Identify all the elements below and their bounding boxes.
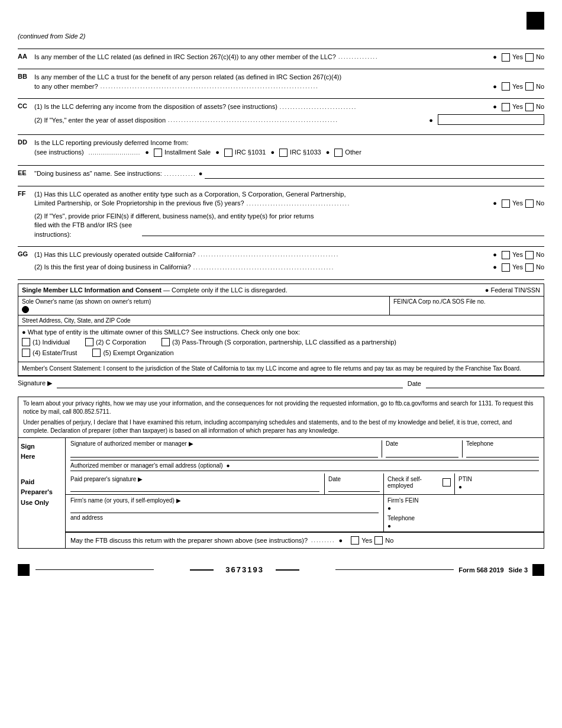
CC-yes-checkbox[interactable] xyxy=(502,103,510,111)
sig-input-line[interactable] xyxy=(70,448,378,458)
DD-irc1033-checkbox[interactable] xyxy=(279,149,288,157)
smllc-address-label: Street Address, City, State, and ZIP Cod… xyxy=(22,317,540,324)
firm-address-label: and address xyxy=(70,514,379,521)
sig-line[interactable] xyxy=(57,379,403,388)
BB-no-checkbox[interactable] xyxy=(525,82,534,91)
GG-yes1-label: Yes xyxy=(512,250,523,259)
BB-yes-label: Yes xyxy=(512,82,523,91)
entity-individual-checkbox[interactable] xyxy=(22,338,30,346)
smllc-header: Single Member LLC Information and Consen… xyxy=(18,284,544,297)
AA-yes-checkbox[interactable] xyxy=(502,53,510,62)
GG-bullet1: ● xyxy=(493,250,497,259)
entity-passthrough-checkbox[interactable] xyxy=(162,338,170,346)
email-bullet: ● xyxy=(227,462,230,469)
label-AA: AA xyxy=(18,53,34,60)
BB-text-line2: to any other member? xyxy=(34,82,98,91)
label-DD: DD xyxy=(18,138,34,146)
discuss-yes-checkbox[interactable] xyxy=(351,536,359,545)
smllc-radio[interactable] xyxy=(22,306,29,313)
smllc-fein-right: FEIN/CA Corp no./CA SOS File no. xyxy=(390,297,544,315)
GG-yes2-label: Yes xyxy=(512,263,523,272)
date-input-line[interactable] xyxy=(386,448,458,458)
divider-AA xyxy=(18,69,544,69)
CC-row2: (2) If "Yes," enter the year of asset di… xyxy=(34,114,544,127)
FF-text2-line2: filed with the FTB and/or IRS (see instr… xyxy=(34,221,544,239)
EE-name-input[interactable] xyxy=(205,169,544,179)
paid-ptin-area: PTIN ● xyxy=(455,473,544,494)
sign-here-content: Signature of authorized member or manage… xyxy=(66,438,544,473)
entity-estate-label: (4) Estate/Trust xyxy=(33,349,77,356)
AA-no-checkbox[interactable] xyxy=(525,53,534,62)
bottom-section: To learn about your privacy rights, how … xyxy=(18,397,544,549)
paid-check-label: Check if self-employed xyxy=(387,476,440,489)
section-DD: DD Is the LLC reporting previously defer… xyxy=(18,138,544,160)
smllc-title: Single Member LLC Information and Consen… xyxy=(22,286,162,294)
paid-sig-input[interactable] xyxy=(70,484,319,492)
GG-text1: (1) Has this LLC previously operated out… xyxy=(34,250,196,259)
FF-no-checkbox[interactable] xyxy=(525,199,534,208)
CC-no-checkbox[interactable] xyxy=(525,103,534,111)
FF-no-label: No xyxy=(536,199,544,208)
DD-other-checkbox[interactable] xyxy=(334,149,343,157)
discuss-row: May the FTB discuss this return with the… xyxy=(66,532,544,548)
sig-label: Signature ▶ xyxy=(18,379,52,387)
discuss-no-checkbox[interactable] xyxy=(374,536,383,545)
discuss-yes-no: Yes No xyxy=(351,536,393,545)
CC-year-box xyxy=(438,114,544,127)
GG-yes2-checkbox[interactable] xyxy=(502,263,510,272)
entity-option-estate: (4) Estate/Trust xyxy=(22,349,77,357)
FF-yes-checkbox[interactable] xyxy=(502,199,510,208)
date-line[interactable] xyxy=(426,379,544,388)
DD-irc1031-checkbox[interactable] xyxy=(224,149,232,157)
GG-yes-no-2: Yes No xyxy=(502,263,544,272)
smllc-owner-left: Sole Owner's name (as shown on owner's r… xyxy=(18,297,390,315)
divider-FF xyxy=(18,246,544,247)
footer-black-sq-left xyxy=(18,564,30,576)
DD-option1: Installment Sale xyxy=(154,147,211,158)
entity-option-individual: (1) Individual xyxy=(22,338,70,346)
GG-dots2: ........................................… xyxy=(191,264,493,272)
FF-text2-input[interactable] xyxy=(142,227,544,236)
DD-installment-checkbox[interactable] xyxy=(154,149,162,157)
tel-input-line[interactable] xyxy=(466,448,539,458)
firm-fein-bullet: ● xyxy=(387,505,391,511)
BB-yes-checkbox[interactable] xyxy=(502,82,510,91)
discuss-text: May the FTB discuss this return with the… xyxy=(70,537,308,544)
entity-option-ccorp: (2) C Corporation xyxy=(85,338,146,346)
firm-name-label: Firm's name (or yours, if self-employed)… xyxy=(70,497,379,504)
smllc-entity-options-row2: (4) Estate/Trust (5) Exempt Organization xyxy=(22,349,540,357)
entity-exempt-checkbox[interactable] xyxy=(92,349,101,357)
FF-text2-part2: filed with the FTB and/or IRS (see instr… xyxy=(34,221,142,239)
DD-installment-label: Installment Sale xyxy=(164,147,211,158)
CC-text2: (2) If "Yes," enter the year of asset di… xyxy=(34,116,166,125)
DD-option4: Other xyxy=(334,147,361,158)
entity-ccorp-checkbox[interactable] xyxy=(85,338,93,346)
paid-date-input[interactable] xyxy=(328,484,380,492)
GG-no2-checkbox[interactable] xyxy=(525,263,534,272)
paid-self-employed-checkbox[interactable] xyxy=(443,478,451,487)
AA-row: Is any member of the LLC related (as def… xyxy=(34,53,544,62)
entity-estate-checkbox[interactable] xyxy=(22,349,30,357)
firm-name-input[interactable] xyxy=(70,505,379,513)
sign-sig-area: Signature of authorized member or manage… xyxy=(70,440,378,458)
GG-yes1-checkbox[interactable] xyxy=(502,251,510,259)
single-member-block: Single Member LLC Information and Consen… xyxy=(18,284,544,376)
EE-text: "Doing business as" name. See instructio… xyxy=(34,169,162,178)
CC-no-label: No xyxy=(536,102,544,111)
smllc-entity-question: ● What type of entity is the ultimate ow… xyxy=(22,328,540,336)
AA-bullet: ● xyxy=(493,53,497,62)
CC-dots2: ........................................… xyxy=(166,117,429,124)
label-FF: FF xyxy=(18,190,34,197)
FF-row1: (1) Has this LLC operated as another ent… xyxy=(34,190,544,208)
smllc-address-row: Street Address, City, State, and ZIP Cod… xyxy=(18,315,544,326)
smllc-radio-row xyxy=(22,306,386,313)
DD-dots-main: ......................... xyxy=(89,149,141,157)
EE-dots: ............ xyxy=(164,170,196,178)
GG-no1-checkbox[interactable] xyxy=(525,251,534,259)
CC-year-input[interactable] xyxy=(438,114,544,125)
FF-bullet1: ● xyxy=(493,199,497,208)
footer-left xyxy=(18,564,154,576)
footer-line-center-right xyxy=(276,569,299,571)
label-EE: EE xyxy=(18,169,34,176)
sign-tel-label: Telephone xyxy=(466,440,539,447)
